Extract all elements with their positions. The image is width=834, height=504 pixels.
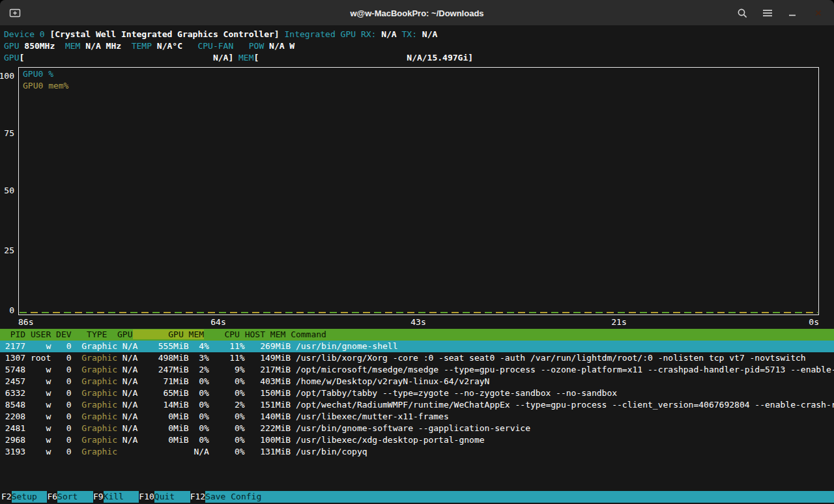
x-axis-label: 0s: [809, 316, 819, 328]
gpu-mem-bars-line: GPU[ N/A] MEM[ N/A/15.497Gi]: [0, 52, 834, 64]
process-type: Graphic: [81, 400, 117, 410]
x-axis-label: 43s: [410, 316, 425, 328]
terminal-window: w@w-MacBookPro: ~/Downloads: [0, 0, 834, 504]
process-ids: 2968 w 0: [0, 435, 81, 445]
chart-plot-area: GPU0 %GPU0 mem%: [18, 67, 819, 315]
menu-button[interactable]: [762, 8, 773, 18]
text-segment: GPU: [4, 53, 19, 63]
gpu-stats-line: GPU 850MHz MEM N/A MHz TEMP N/A°C CPU-FA…: [0, 40, 834, 52]
search-icon: [737, 8, 748, 19]
process-ids: 2457 w 0: [0, 376, 81, 386]
process-stats: N/A 247MiB 2% 9% 217MiB /opt/microsoft/m…: [117, 365, 834, 374]
process-stats: N/A 14MiB 0% 2% 151MiB /opt/wechat/Radiu…: [117, 400, 834, 410]
text-segment: MEM: [238, 53, 253, 63]
process-row-2208[interactable]: 2208 w 0 Graphic N/A 0MiB 0% 0% 140MiB /…: [0, 411, 834, 423]
fn-item-sort[interactable]: F6Sort: [47, 491, 93, 503]
process-table-header: PID USER DEV TYPE GPU GPU MEM CPU HOST M…: [0, 329, 834, 341]
process-row-2177[interactable]: 2177 w 0 Graphic N/A 555MiB 4% 11% 269Mi…: [0, 341, 834, 352]
y-axis-label: 0: [9, 305, 14, 316]
text-segment: N/A°C: [157, 41, 198, 51]
y-axis-label: 100: [0, 70, 14, 82]
fn-key-label: F2: [1, 491, 12, 503]
text-segment: N/A W: [269, 41, 295, 51]
text-segment: GPU: [4, 41, 24, 51]
x-axis-label: 21s: [611, 316, 626, 328]
process-row-8548[interactable]: 8548 w 0 Graphic N/A 14MiB 0% 2% 151MiB …: [0, 399, 834, 411]
fn-key-label: F9: [93, 491, 104, 503]
text-segment: Integrated GPU: [284, 29, 360, 39]
close-button[interactable]: [812, 7, 825, 20]
process-type: Graphic: [81, 447, 117, 456]
fn-item-kill[interactable]: F9Kill: [93, 491, 139, 503]
minimize-button[interactable]: [787, 8, 798, 18]
process-row-1307[interactable]: 1307 root 0 Graphic N/A 498MiB 3% 11% 14…: [0, 352, 834, 364]
text-segment: [Crystal Well Integrated Graphics Contro…: [50, 29, 284, 39]
new-tab-icon: [9, 7, 21, 19]
process-ids: 2177 w 0: [0, 341, 81, 351]
process-row-5748[interactable]: 5748 w 0 Graphic N/A 247MiB 2% 9% 217MiB…: [0, 364, 834, 376]
y-axis-label: 75: [4, 128, 14, 139]
process-type: Graphic: [81, 353, 117, 363]
search-button[interactable]: [737, 8, 748, 19]
terminal-content[interactable]: Device 0 [Crystal Well Integrated Graphi…: [0, 26, 834, 504]
y-axis-labels: 1007550250: [0, 67, 16, 315]
close-icon: [812, 7, 825, 20]
fn-action-label: Kill: [104, 491, 139, 503]
process-stats: N/A 498MiB 3% 11% 149MiB /usr/lib/xorg/X…: [117, 353, 806, 363]
process-type: Graphic: [81, 388, 117, 398]
text-segment: Device 0: [4, 29, 50, 39]
process-type: Graphic: [81, 365, 117, 374]
process-type: Graphic: [81, 376, 117, 386]
window-title: w@w-MacBookPro: ~/Downloads: [0, 8, 834, 18]
process-type: Graphic: [81, 412, 117, 421]
x-axis-labels: 86s64s43s21s0s: [0, 316, 834, 328]
y-axis-label: 25: [4, 245, 14, 257]
process-stats: N/A 0MiB 0% 0% 100MiB /usr/libexec/xdg-d…: [117, 435, 485, 445]
x-axis-label: 64s: [210, 316, 225, 328]
titlebar: w@w-MacBookPro: ~/Downloads: [0, 0, 834, 26]
process-row-2481[interactable]: 2481 w 0 Graphic N/A 0MiB 0% 0% 222MiB /…: [0, 423, 834, 434]
zero-usage-dashed-line: [20, 312, 818, 313]
fn-action-label: Save Config: [205, 491, 834, 503]
process-table: PID USER DEV TYPE GPU GPU MEM CPU HOST M…: [0, 329, 834, 458]
process-type: Graphic: [81, 435, 117, 445]
hamburger-menu-icon: [762, 8, 773, 18]
text-segment: [ N/A/15.497Gi]: [254, 53, 474, 63]
sort-column-header: GPU MEM: [133, 329, 205, 339]
minimize-icon: [787, 8, 798, 18]
x-axis-label: 86s: [18, 316, 33, 328]
process-type: Graphic: [81, 341, 117, 351]
text-segment: 850MHz: [24, 41, 65, 51]
process-rows: 2177 w 0 Graphic N/A 555MiB 4% 11% 269Mi…: [0, 341, 834, 458]
process-ids: 2208 w 0: [0, 412, 81, 421]
fn-action-label: Quit: [154, 491, 190, 503]
function-key-bar: F2Setup F6Sort F9Kill F10Quit F12Save Co…: [0, 491, 834, 503]
process-row-6332[interactable]: 6332 w 0 Graphic N/A 65MiB 0% 0% 150MiB …: [0, 387, 834, 399]
gpu-usage-chart: 1007550250 GPU0 %GPU0 mem% 86s64s43s21s0…: [0, 67, 834, 328]
process-row-3193[interactable]: 3193 w 0 Graphic N/A 0% 131MiB /usr/bin/…: [0, 446, 834, 458]
process-ids: 5748 w 0: [0, 365, 81, 374]
chart-legend: GPU0 %GPU0 mem%: [23, 68, 68, 92]
legend-item: GPU0 %: [23, 68, 68, 80]
fn-item-save-config[interactable]: F12Save Config: [190, 491, 834, 503]
fn-action-label: Sort: [57, 491, 93, 503]
text-segment: POW: [249, 41, 269, 51]
process-stats: N/A 0MiB 0% 0% 140MiB /usr/libexec/mutte…: [117, 412, 449, 421]
fn-item-quit[interactable]: F10Quit: [139, 491, 190, 503]
fn-action-label: Setup: [12, 491, 48, 503]
fn-item-setup[interactable]: F2Setup: [1, 491, 47, 503]
text-segment: TX:: [402, 29, 422, 39]
process-type: Graphic: [81, 423, 117, 433]
process-stats: N/A 0MiB 0% 0% 222MiB /usr/bin/gnome-sof…: [117, 423, 530, 433]
device-info-line: Device 0 [Crystal Well Integrated Graphi…: [0, 29, 834, 40]
process-stats: N/A 0% 131MiB /usr/bin/copyq: [117, 447, 367, 456]
fn-key-label: F12: [190, 491, 205, 503]
legend-item: GPU0 mem%: [23, 80, 68, 92]
text-segment: MEM: [65, 41, 85, 51]
process-row-2968[interactable]: 2968 w 0 Graphic N/A 0MiB 0% 0% 100MiB /…: [0, 434, 834, 446]
process-ids: 1307 root 0: [0, 353, 81, 363]
text-segment: N/A: [381, 29, 401, 39]
process-ids: 8548 w 0: [0, 400, 81, 410]
new-tab-button[interactable]: [7, 5, 23, 21]
process-row-2457[interactable]: 2457 w 0 Graphic N/A 71MiB 0% 0% 403MiB …: [0, 376, 834, 387]
